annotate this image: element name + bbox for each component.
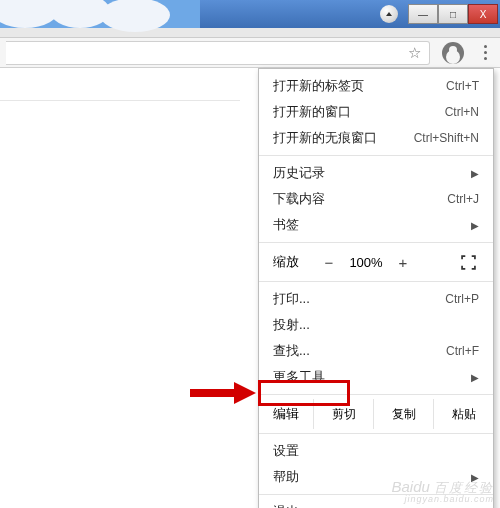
window-titlebar: — □ X [0,0,500,28]
bookmark-star-icon[interactable]: ☆ [408,44,421,62]
menu-item-bookmarks[interactable]: 书签 ▶ [259,212,493,238]
menu-item-new-window[interactable]: 打开新的窗口 Ctrl+N [259,99,493,125]
desktop-background [0,0,200,28]
menu-item-help[interactable]: 帮助 ▶ [259,464,493,490]
zoom-out-button[interactable]: − [315,251,343,273]
menu-item-downloads[interactable]: 下载内容 Ctrl+J [259,186,493,212]
menu-button[interactable] [476,42,494,63]
menu-item-history[interactable]: 历史记录 ▶ [259,160,493,186]
fullscreen-icon[interactable] [457,251,479,273]
page-separator [0,100,240,101]
menu-item-find[interactable]: 查找... Ctrl+F [259,338,493,364]
menu-item-new-tab[interactable]: 打开新的标签页 Ctrl+T [259,73,493,99]
edit-copy[interactable]: 复制 [373,399,433,429]
chevron-right-icon: ▶ [471,372,479,383]
menu-item-more-tools[interactable]: 更多工具 ▶ [259,364,493,390]
menu-item-zoom: 缩放 − 100% + [259,247,493,277]
profile-avatar-icon[interactable] [442,42,464,64]
svg-marker-0 [386,12,392,16]
close-button[interactable]: X [468,4,498,24]
menu-item-cast[interactable]: 投射... [259,312,493,338]
zoom-value: 100% [343,255,389,270]
svg-rect-1 [190,389,234,397]
menu-item-exit[interactable]: 退出 [259,499,493,508]
tab-strip [0,28,500,38]
chevron-right-icon: ▶ [471,472,479,483]
edit-cut[interactable]: 剪切 [313,399,373,429]
menu-item-incognito[interactable]: 打开新的无痕窗口 Ctrl+Shift+N [259,125,493,151]
minimize-button[interactable]: — [408,4,438,24]
maximize-button[interactable]: □ [438,4,468,24]
window-controls: — □ X [408,4,498,24]
chrome-menu: 打开新的标签页 Ctrl+T 打开新的窗口 Ctrl+N 打开新的无痕窗口 Ct… [258,68,494,508]
edit-paste[interactable]: 粘贴 [433,399,493,429]
menu-item-print[interactable]: 打印... Ctrl+P [259,286,493,312]
chevron-right-icon: ▶ [471,220,479,231]
toolbar: ☆ [0,38,500,68]
menu-item-settings[interactable]: 设置 [259,438,493,464]
chevron-right-icon: ▶ [471,168,479,179]
menu-item-edit: 编辑 剪切 复制 粘贴 [259,399,493,429]
svg-marker-2 [234,382,256,404]
titlebar-badge-icon [380,5,398,23]
annotation-arrow [190,380,256,406]
zoom-in-button[interactable]: + [389,251,417,273]
omnibox[interactable]: ☆ [6,41,430,65]
